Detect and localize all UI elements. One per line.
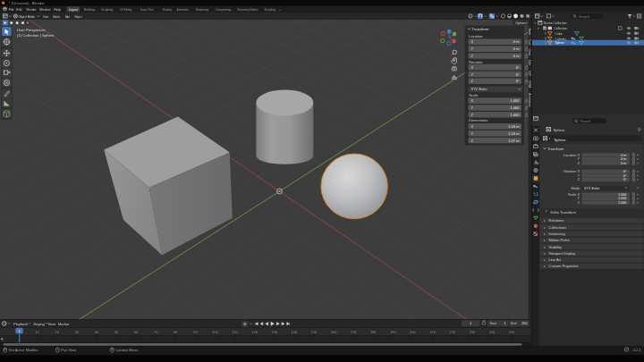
svg-text:150: 150 (311, 331, 317, 334)
svg-text:Rendering: Rendering (196, 7, 208, 12)
svg-text:Help: Help (54, 7, 62, 12)
svg-text:▾: ▾ (535, 21, 537, 25)
svg-text:Pan View: Pan View (61, 348, 76, 352)
svg-text:Y: Y (471, 131, 474, 136)
svg-text:90: 90 (193, 331, 197, 334)
svg-text:Location:: Location: (469, 34, 483, 38)
svg-text:Delta Transform: Delta Transform (551, 210, 577, 215)
svg-text:Layout: Layout (69, 7, 79, 12)
svg-text:Geometry Nodes: Geometry Nodes (237, 7, 258, 12)
svg-text:220: 220 (450, 331, 455, 334)
svg-text:Cube: Cube (555, 31, 564, 36)
svg-text:Item: Item (528, 29, 531, 35)
svg-text:Object Mode: Object Mode (19, 14, 36, 19)
svg-text:0°: 0° (623, 174, 627, 178)
svg-text:View: View (528, 49, 531, 56)
svg-text:Y: Y (471, 105, 474, 110)
svg-text:Line Art: Line Art (549, 257, 562, 262)
svg-text:40: 40 (95, 331, 98, 334)
svg-text:120: 120 (252, 331, 258, 334)
svg-text:0°: 0° (516, 72, 520, 77)
svg-text:(1) Collection | Sphere: (1) Collection | Sphere (17, 33, 55, 38)
svg-text:110: 110 (233, 331, 238, 334)
svg-text:▸: ▸ (544, 239, 546, 242)
svg-text:Add: Add (65, 14, 70, 19)
svg-text:Collections: Collections (549, 225, 567, 230)
svg-text:0 m: 0 m (621, 154, 626, 157)
svg-text:End: End (511, 322, 516, 325)
svg-text:Render: Render (26, 7, 37, 12)
svg-text:Visibility: Visibility (549, 245, 562, 249)
svg-text:1: 1 (504, 322, 505, 325)
svg-text:Compositing: Compositing (216, 7, 231, 12)
svg-text:Object: Object (74, 14, 82, 19)
svg-text:Instancing: Instancing (549, 232, 565, 236)
svg-text:240: 240 (489, 331, 495, 334)
svg-text:1.54 m: 1.54 m (508, 131, 520, 136)
svg-text:▸: ▸ (544, 226, 546, 230)
svg-text:0 m: 0 m (621, 157, 626, 161)
svg-text:100: 100 (212, 331, 217, 334)
svg-text:UV Editing: UV Editing (120, 7, 131, 12)
svg-text:Dimensions:: Dimensions: (469, 118, 488, 122)
svg-text:▸: ▸ (544, 252, 546, 256)
svg-text:Texture Paint: Texture Paint (140, 7, 154, 12)
svg-text:160: 160 (331, 331, 336, 334)
svg-text:70: 70 (154, 331, 157, 334)
svg-text:Context Menu: Context Menu (115, 348, 138, 352)
svg-text:Modeling: Modeling (84, 7, 96, 12)
svg-text:50F: 50F (528, 71, 531, 76)
svg-text:4.2.3: 4.2.3 (633, 348, 641, 352)
svg-text:0°: 0° (623, 178, 627, 181)
svg-text:0°: 0° (516, 65, 520, 70)
svg-text:1.000: 1.000 (510, 113, 520, 117)
svg-text:50: 50 (114, 331, 118, 334)
svg-text:Playback: Playback (13, 322, 28, 326)
svg-text:X: X (471, 65, 474, 70)
svg-text:Set Active Modifier: Set Active Modifier (9, 348, 39, 352)
svg-text:▸: ▸ (544, 232, 546, 236)
svg-text:Sphere: Sphere (555, 138, 567, 142)
svg-text:130: 130 (272, 331, 277, 334)
svg-text:User Perspective: User Perspective (17, 28, 47, 32)
svg-text:View: View (48, 322, 56, 326)
svg-text:▸: ▸ (544, 258, 546, 262)
svg-text:Transform: Transform (472, 27, 489, 31)
svg-text:1.000: 1.000 (510, 98, 520, 103)
svg-text:200: 200 (410, 331, 415, 334)
svg-text:0°: 0° (516, 79, 520, 83)
svg-text:60: 60 (134, 331, 138, 334)
svg-text:File: File (9, 7, 15, 12)
svg-text:180: 180 (370, 331, 376, 334)
svg-text:1.54 m: 1.54 m (508, 124, 520, 129)
svg-text:Collection: Collection (555, 26, 568, 30)
svg-text:XYZ Euler: XYZ Euler (584, 187, 600, 190)
svg-text:0 m: 0 m (513, 46, 520, 51)
svg-text:Y: Y (471, 72, 474, 77)
svg-text:Custom Properties: Custom Properties (549, 264, 579, 268)
svg-text:10: 10 (35, 331, 38, 334)
svg-text:Y: Y (471, 46, 474, 51)
svg-text:250: 250 (509, 331, 514, 334)
svg-text:0 m: 0 m (513, 54, 520, 58)
svg-text:Marker: Marker (58, 322, 70, 326)
svg-text:Sphere: Sphere (554, 128, 566, 132)
svg-text:Select: Select (53, 14, 61, 19)
svg-text:1.000: 1.000 (618, 197, 627, 200)
svg-text:Scale:: Scale: (469, 93, 479, 97)
svg-text:XYZ Euler: XYZ Euler (471, 87, 488, 91)
svg-text:20: 20 (55, 331, 59, 334)
svg-text:Animation: Animation (177, 7, 189, 12)
svg-text:190: 190 (390, 331, 395, 334)
svg-text:Options: Options (515, 21, 527, 25)
svg-text:Mode: Mode (572, 187, 580, 190)
svg-text:▸: ▸ (544, 246, 546, 249)
svg-text:250: 250 (521, 322, 527, 325)
svg-text:Relations: Relations (549, 218, 564, 223)
svg-text:X: X (471, 98, 474, 103)
svg-text:0 m: 0 m (621, 162, 626, 165)
svg-text:VRM: VRM (528, 80, 531, 88)
svg-text:Transform: Transform (547, 147, 564, 151)
svg-text:Start: Start (490, 322, 497, 325)
svg-text:▸: ▸ (544, 265, 546, 268)
